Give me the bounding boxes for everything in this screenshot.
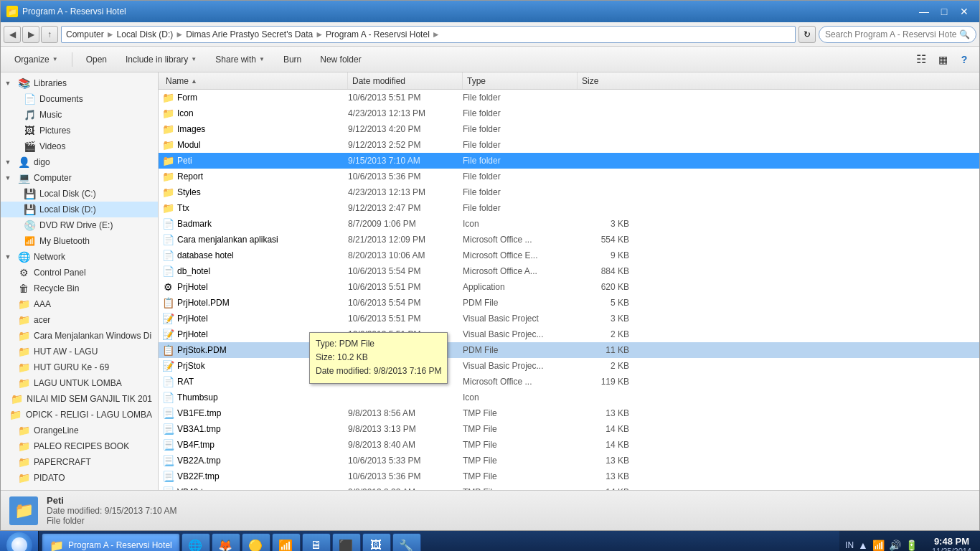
sidebar-item-local-d[interactable]: 💾 Local Disk (D:): [1, 202, 158, 217]
sidebar-item-libraries[interactable]: ▼ 📚 Libraries: [1, 75, 158, 91]
sidebar-item-nilai[interactable]: 📁 NILAI MID SEM GANJIL TIK 201: [1, 391, 158, 407]
table-row[interactable]: 📁 Icon 4/23/2013 12:13 PM File folder: [159, 105, 979, 121]
include-in-library-button[interactable]: Include in library ▼: [118, 50, 204, 69]
table-row[interactable]: 📝 PrjHotel 10/6/2013 5:51 PM Visual Basi…: [159, 311, 979, 326]
table-row[interactable]: ⚙ PrjHotel 10/6/2013 5:51 PM Application…: [159, 279, 979, 295]
taskbar-app-ff[interactable]: 🦊: [212, 533, 240, 551]
search-input[interactable]: [825, 29, 956, 39]
table-row[interactable]: 📃 VB22F.tmp 10/6/2013 5:36 PM TMP File 1…: [159, 468, 979, 484]
file-row-date: 10/6/2013 5:54 PM: [348, 266, 463, 276]
title-bar-controls: — □ ✕: [915, 4, 974, 19]
table-row[interactable]: 📄 RAT Microsoft Office ... 119 KB: [159, 374, 979, 390]
taskbar-app-vb[interactable]: 🔧: [392, 533, 421, 551]
table-row[interactable]: 📃 VB4F.tmp 9/8/2013 8:40 AM TMP File 14 …: [159, 437, 979, 453]
sidebar-item-opick[interactable]: 📁 OPICK - RELIGI - LAGU LOMBA: [1, 407, 158, 423]
table-row[interactable]: 📁 Report 10/6/2013 5:36 PM File folder: [159, 169, 979, 184]
tray-battery-icon[interactable]: 🔋: [905, 540, 918, 551]
close-button[interactable]: ✕: [955, 4, 974, 19]
column-header-type[interactable]: Type: [463, 72, 578, 89]
file-row-date: 9/12/2013 2:52 PM: [348, 140, 463, 150]
sidebar-item-digo[interactable]: ▼ 👤 digo: [1, 154, 158, 170]
sidebar-item-orangeline[interactable]: 📁 OrangeLine: [1, 423, 158, 438]
table-row[interactable]: 📋 PrjHotel.PDM 10/6/2013 5:54 PM PDM Fil…: [159, 295, 979, 311]
back-button[interactable]: ◀: [4, 26, 21, 43]
sidebar-item-bluetooth[interactable]: 📶 My Bluetooth: [1, 233, 158, 249]
column-header-date[interactable]: Date modified: [348, 72, 463, 89]
sidebar-item-aaa[interactable]: 📁 AAA: [1, 296, 158, 312]
table-row[interactable]: 📄 Cara menjalankan aplikasi 8/21/2013 12…: [159, 232, 979, 248]
table-row[interactable]: 📄 Thumbsup Icon: [159, 390, 979, 405]
view-options-button[interactable]: ☷: [912, 50, 930, 69]
sidebar-item-control-panel[interactable]: ⚙ Control Panel: [1, 265, 158, 281]
forward-button[interactable]: ▶: [22, 26, 39, 43]
help-button[interactable]: ?: [955, 50, 974, 69]
sidebar-item-videos[interactable]: 🎬 Videos: [1, 138, 158, 154]
table-row[interactable]: 📁 Images 9/12/2013 4:20 PM File folder: [159, 121, 979, 137]
sidebar-item-papercraft[interactable]: 📁 PAPERCRAFT: [1, 454, 158, 470]
table-row[interactable]: 📁 Peti 9/15/2013 7:10 AM File folder: [159, 153, 979, 169]
taskbar-app-chrome[interactable]: 🟡: [242, 533, 270, 551]
sidebar-item-acer[interactable]: 📁 acer: [1, 312, 158, 328]
maximize-button[interactable]: □: [935, 4, 953, 19]
table-row[interactable]: 📃 VB3A1.tmp 9/8/2013 3:13 PM TMP File 14…: [159, 421, 979, 437]
taskbar-app-explorer[interactable]: 📁 Program A - Reservsi Hotel: [42, 533, 180, 551]
table-row[interactable]: 📃 VB22A.tmp 10/6/2013 5:33 PM TMP File 1…: [159, 453, 979, 468]
table-row[interactable]: 📋 PrjStok.PDM 9/8/2013 7:16 PM PDM File …: [159, 342, 979, 358]
table-row[interactable]: 📁 Styles 4/23/2013 12:13 PM File folder: [159, 184, 979, 200]
sidebar-item-paleo[interactable]: 📁 PALEO RECIPES BOOK: [1, 438, 158, 454]
sidebar-label-lagu: LAGU UNTUK LOMBA: [34, 378, 122, 388]
sidebar-item-music[interactable]: 🎵 Music: [1, 107, 158, 123]
clock[interactable]: 9:48 PM 11/25/2014: [923, 531, 980, 551]
sidebar-label-papercraft: PAPERCRAFT: [34, 457, 91, 467]
sidebar-item-network[interactable]: ▼ 🌐 Network: [1, 249, 158, 265]
table-row[interactable]: 📝 PrjStok Visual Basic Projec... 2 KB: [159, 358, 979, 374]
table-row[interactable]: 📁 Form 10/6/2013 5:51 PM File folder: [159, 90, 979, 105]
address-path[interactable]: Computer ► Local Disk (D:) ► Dimas Arie …: [61, 26, 796, 43]
sidebar-item-cara[interactable]: 📁 Cara Menjalankan Windows Di: [1, 328, 158, 344]
expand-icon-hut-guru: [4, 363, 12, 372]
open-button[interactable]: Open: [78, 50, 115, 69]
share-with-button[interactable]: Share with ▼: [207, 50, 273, 69]
organize-button[interactable]: Organize ▼: [6, 50, 66, 69]
sidebar-item-dvd[interactable]: 💿 DVD RW Drive (E:): [1, 217, 158, 233]
table-row[interactable]: 📄 db_hotel 10/6/2013 5:54 PM Microsoft O…: [159, 263, 979, 279]
sidebar-item-computer[interactable]: ▼ 💻 Computer: [1, 170, 158, 186]
sidebar-item-local-c[interactable]: 💾 Local Disk (C:): [1, 186, 158, 202]
burn-button[interactable]: Burn: [275, 50, 309, 69]
table-row[interactable]: 📁 Ttx 9/12/2013 2:47 PM File folder: [159, 200, 979, 216]
table-row[interactable]: 📄 Badmark 8/7/2009 1:06 PM Icon 3 KB: [159, 216, 979, 232]
file-row-icon: 📃: [161, 471, 174, 482]
taskbar-app-wifi[interactable]: 📶: [272, 533, 301, 551]
taskbar-app-ie[interactable]: 🌐: [182, 533, 210, 551]
sidebar-item-documents[interactable]: 📄 Documents: [1, 91, 158, 107]
tooltip-type: Type: PDM File: [316, 337, 441, 351]
refresh-button[interactable]: ↻: [798, 26, 816, 43]
view-toggle-button[interactable]: ▦: [933, 50, 952, 69]
file-row-size: 13 KB: [578, 471, 635, 481]
file-row-icon: 📝: [161, 313, 174, 324]
table-row[interactable]: 📁 Modul 9/12/2013 2:52 PM File folder: [159, 137, 979, 153]
up-button[interactable]: ↑: [41, 26, 58, 43]
sidebar-item-recycle-bin[interactable]: 🗑 Recycle Bin: [1, 281, 158, 296]
sidebar-item-lagu[interactable]: 📁 LAGU UNTUK LOMBA: [1, 375, 158, 391]
taskbar-app-cmd[interactable]: ⬛: [332, 533, 361, 551]
start-button[interactable]: [0, 531, 39, 551]
column-header-name[interactable]: Name ▲: [161, 72, 348, 89]
minimize-button[interactable]: —: [915, 4, 933, 19]
taskbar-app-media[interactable]: 🖥: [302, 533, 331, 551]
table-row[interactable]: 📃 VB1FE.tmp 9/8/2013 8:56 AM TMP File 13…: [159, 405, 979, 421]
column-header-size[interactable]: Size: [578, 72, 635, 89]
table-row[interactable]: 📝 PrjHotel 10/6/2013 5:51 PM Visual Basi…: [159, 326, 979, 342]
table-row[interactable]: 📄 database hotel 8/20/2013 10:06 AM Micr…: [159, 248, 979, 263]
sidebar-item-pictures[interactable]: 🖼 Pictures: [1, 123, 158, 138]
sidebar-item-hut-guru[interactable]: 📁 HUT GURU Ke - 69: [1, 359, 158, 375]
sidebar-item-pidato[interactable]: 📁 PIDATO: [1, 470, 158, 486]
table-row[interactable]: 📃 VB49.tmp 9/8/2013 8:33 AM TMP File 14 …: [159, 484, 979, 490]
tray-network-icon[interactable]: 📶: [872, 540, 885, 551]
tray-arrow-icon[interactable]: ▲: [858, 540, 868, 551]
sidebar-item-hut-aw[interactable]: 📁 HUT AW - LAGU: [1, 344, 158, 359]
search-box[interactable]: 🔍: [819, 26, 976, 43]
taskbar-app-pic[interactable]: 🖼: [362, 533, 391, 551]
new-folder-button[interactable]: New folder: [312, 50, 369, 69]
tray-volume-icon[interactable]: 🔊: [889, 540, 901, 551]
